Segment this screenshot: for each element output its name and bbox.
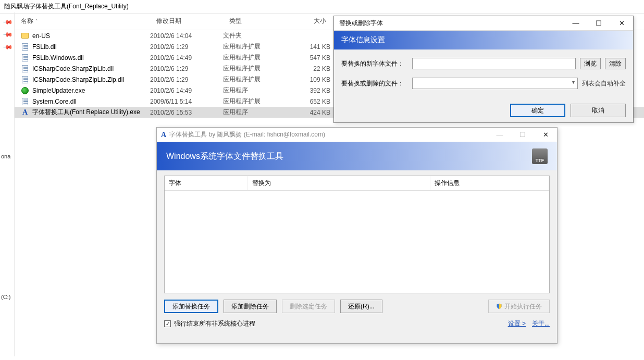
new-font-path-input[interactable] bbox=[412, 58, 576, 69]
settings-link[interactable]: 设置 > bbox=[508, 319, 526, 328]
file-date: 2009/6/11 5:14 bbox=[150, 98, 223, 105]
remove-selected-task-button: 删除选定任务 bbox=[282, 300, 335, 313]
file-size: 141 KB bbox=[291, 43, 332, 51]
replace-delete-font-dialog: 替换或删除字体 — ☐ ✕ 字体信息设置 要替换的新字体文件： 浏览 清除 要替… bbox=[333, 16, 634, 123]
dll-icon bbox=[21, 65, 29, 73]
file-name: FSLib.Windows.dll bbox=[32, 54, 84, 61]
file-date: 2010/2/6 1:29 bbox=[150, 76, 223, 83]
col-header-date[interactable]: 修改日期 bbox=[150, 13, 223, 30]
maximize-button[interactable]: ☐ bbox=[587, 16, 610, 31]
file-size: 392 KB bbox=[291, 87, 332, 94]
execute-label: 开始执行任务 bbox=[504, 302, 542, 311]
file-name-cell: FSLib.dll bbox=[15, 43, 150, 51]
exe-icon bbox=[21, 86, 29, 95]
dialog2-banner: Windows系统字体文件替换工具 TTF bbox=[157, 142, 557, 170]
app-icon: A bbox=[161, 131, 166, 139]
file-date: 2010/2/6 14:49 bbox=[150, 54, 223, 61]
col-header-type[interactable]: 类型 bbox=[223, 13, 291, 30]
file-name: SimpleUpdater.exe bbox=[32, 87, 85, 94]
file-size: 652 KB bbox=[291, 98, 332, 105]
close-button[interactable]: ✕ bbox=[534, 128, 557, 142]
browse-button[interactable]: 浏览 bbox=[580, 58, 601, 69]
maximize-button[interactable]: ☐ bbox=[511, 128, 534, 142]
window-controls: — ☐ ✕ bbox=[564, 16, 633, 31]
force-kill-label: 强行结束所有非系统核心进程 bbox=[174, 319, 255, 328]
close-button[interactable]: ✕ bbox=[610, 16, 633, 31]
file-name-cell: ICSharpCode.SharpZipLib.Zip.dll bbox=[15, 76, 150, 84]
target-font-combo[interactable] bbox=[412, 78, 578, 89]
add-replace-task-button[interactable]: 添加替换任务 bbox=[164, 300, 218, 313]
dll-icon bbox=[21, 43, 29, 51]
side-label: ona bbox=[1, 153, 10, 159]
dialog1-title: 替换或删除字体 bbox=[339, 19, 383, 28]
th-replace-with[interactable]: 替换为 bbox=[248, 176, 430, 190]
file-date: 2010/2/6 14:49 bbox=[150, 87, 223, 94]
window-controls: — ☐ ✕ bbox=[488, 128, 557, 142]
th-op-info[interactable]: 操作信息 bbox=[430, 176, 549, 190]
target-font-combo-wrap bbox=[412, 78, 578, 89]
dialog2-button-row: 添加替换任务 添加删除任务 删除选定任务 还原(R)... 开始执行任务 bbox=[157, 293, 557, 313]
clear-button[interactable]: 清除 bbox=[605, 58, 626, 69]
folder-icon bbox=[21, 32, 29, 40]
task-table-header: 字体 替换为 操作信息 bbox=[165, 176, 549, 191]
dll-icon bbox=[21, 54, 29, 62]
footer-links: 设置 > 关于... bbox=[508, 319, 550, 328]
file-type: 应用程序扩展 bbox=[223, 53, 291, 62]
file-type: 应用程序 bbox=[223, 108, 291, 117]
dialog1-body: 要替换的新字体文件： 浏览 清除 要替换或删除的文件： 列表会自动补全 bbox=[334, 49, 633, 103]
dialog2-title-left: A 字体替换工具 by 随风飘扬 (E-mail: fishcn@foxmail… bbox=[161, 130, 325, 139]
about-link[interactable]: 关于... bbox=[532, 319, 550, 328]
file-type: 应用程序扩展 bbox=[223, 75, 291, 84]
dialog2-titlebar[interactable]: A 字体替换工具 by 随风飘扬 (E-mail: fishcn@foxmail… bbox=[157, 128, 557, 142]
file-name: 字体替换工具(Font Replace Utility).exe bbox=[32, 108, 140, 117]
file-date: 2010/2/6 15:53 bbox=[150, 109, 223, 116]
file-size: 109 KB bbox=[291, 76, 332, 83]
target-font-row: 要替换或删除的文件： 列表会自动补全 bbox=[341, 78, 626, 89]
side-drive-label: (C:) bbox=[1, 294, 10, 300]
file-name: FSLib.dll bbox=[32, 43, 57, 51]
dialog2-footer: ✓ 强行结束所有非系统核心进程 设置 > 关于... bbox=[157, 313, 557, 328]
dll-icon bbox=[21, 76, 29, 84]
minimize-button[interactable]: — bbox=[488, 128, 511, 142]
font-app-icon: A bbox=[21, 108, 29, 117]
file-type: 应用程序扩展 bbox=[223, 64, 291, 73]
target-font-label: 要替换或删除的文件： bbox=[341, 79, 408, 88]
add-delete-task-button[interactable]: 添加删除任务 bbox=[224, 300, 277, 313]
file-name-cell: ICSharpCode.SharpZipLib.dll bbox=[15, 65, 150, 73]
task-table[interactable]: 字体 替换为 操作信息 bbox=[164, 176, 550, 293]
file-type: 应用程序扩展 bbox=[223, 42, 291, 51]
shield-icon bbox=[496, 303, 502, 309]
file-name: ICSharpCode.SharpZipLib.Zip.dll bbox=[32, 76, 124, 83]
file-type: 应用程序 bbox=[223, 86, 291, 95]
file-name: ICSharpCode.SharpZipLib.dll bbox=[32, 65, 114, 72]
file-name-cell: en-US bbox=[15, 32, 150, 40]
dialog2-title: 字体替换工具 by 随风飘扬 (E-mail: fishcn@foxmail.c… bbox=[169, 130, 325, 139]
file-size: 22 KB bbox=[291, 65, 332, 72]
restore-button[interactable]: 还原(R)... bbox=[340, 300, 382, 313]
pin-icon: 📌 bbox=[3, 17, 12, 26]
dialog1-footer: 确定 取消 bbox=[510, 104, 626, 117]
explorer-left-gutter: 📌 📌 📌 ona (C:) bbox=[0, 13, 15, 356]
file-name-cell: SimpleUpdater.exe bbox=[15, 86, 150, 95]
dialog1-titlebar[interactable]: 替换或删除字体 — ☐ ✕ bbox=[334, 16, 633, 31]
explorer-title: 随风飘场字体替换工具(Font_Replace_Utility) bbox=[0, 0, 644, 14]
file-date: 2010/2/6 1:29 bbox=[150, 65, 223, 72]
col-header-size[interactable]: 大小 bbox=[291, 13, 332, 30]
cancel-button[interactable]: 取消 bbox=[571, 104, 626, 117]
dialog1-banner: 字体信息设置 bbox=[334, 31, 633, 49]
col-name-label: 名称 bbox=[21, 17, 33, 26]
file-name-cell: FSLib.Windows.dll bbox=[15, 54, 150, 62]
pin-icon: 📌 bbox=[3, 42, 12, 51]
minimize-button[interactable]: — bbox=[564, 16, 587, 31]
force-kill-checkbox[interactable]: ✓ bbox=[164, 320, 171, 327]
font-replace-main-window: A 字体替换工具 by 随风飘扬 (E-mail: fishcn@foxmail… bbox=[156, 127, 558, 344]
file-date: 2010/2/6 1:29 bbox=[150, 43, 223, 51]
dll-icon bbox=[21, 97, 29, 106]
file-date: 2010/2/6 14:04 bbox=[150, 32, 223, 40]
file-type: 文件夹 bbox=[223, 31, 291, 40]
ok-button[interactable]: 确定 bbox=[510, 104, 565, 117]
th-font[interactable]: 字体 bbox=[165, 176, 248, 190]
col-header-name[interactable]: 名称 ˄ bbox=[15, 13, 150, 30]
ttf-icon: TTF bbox=[532, 148, 548, 164]
file-name: System.Core.dll bbox=[32, 98, 77, 105]
